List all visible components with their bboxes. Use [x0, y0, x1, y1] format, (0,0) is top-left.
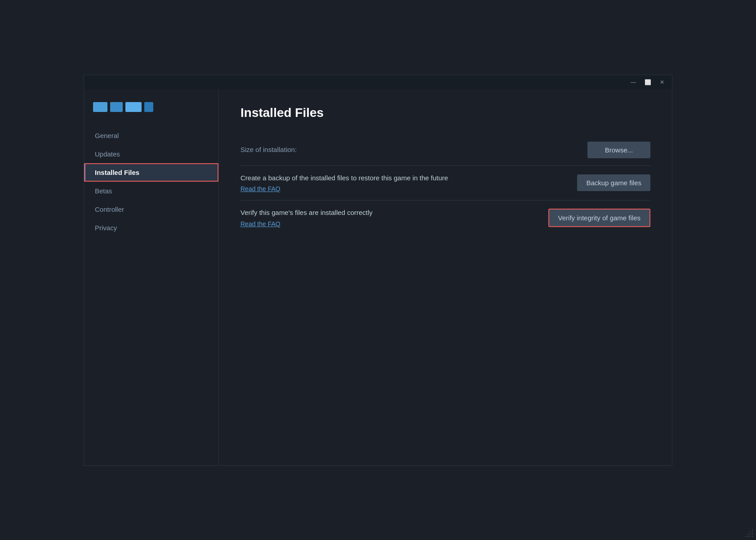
- sidebar-item-general[interactable]: General: [84, 126, 218, 145]
- backup-faq-link[interactable]: Read the FAQ: [240, 185, 280, 192]
- content-area: Installed Files Size of installation: Br…: [219, 89, 672, 465]
- logo-block-4: [144, 102, 153, 112]
- browse-button[interactable]: Browse...: [587, 142, 650, 158]
- sidebar-item-installed-files-wrapper: Installed Files: [84, 163, 218, 182]
- verify-faq-link[interactable]: Read the FAQ: [240, 220, 280, 228]
- logo-block-3: [125, 102, 142, 112]
- sidebar-item-privacy[interactable]: Privacy: [84, 219, 218, 237]
- size-info: Size of installation:: [240, 146, 577, 154]
- titlebar: — ⬜ ✕: [84, 75, 672, 89]
- app-logo: [93, 100, 156, 114]
- backup-row: Create a backup of the installed files t…: [240, 166, 650, 201]
- main-layout: General Updates Installed Files Betas Co…: [84, 89, 672, 465]
- sidebar: General Updates Installed Files Betas Co…: [84, 89, 219, 465]
- verify-button[interactable]: Verify integrity of game files: [548, 209, 650, 227]
- minimize-button[interactable]: —: [627, 78, 640, 87]
- verify-description: Verify this game's files are installed c…: [240, 208, 538, 218]
- backup-description: Create a backup of the installed files t…: [240, 173, 566, 183]
- backup-button[interactable]: Backup game files: [577, 174, 650, 191]
- resize-grip[interactable]: [745, 529, 752, 536]
- size-label: Size of installation:: [240, 146, 297, 153]
- app-window: — ⬜ ✕ General Updates Installed Files: [84, 75, 672, 466]
- verify-row: Verify this game's files are installed c…: [240, 201, 650, 235]
- logo-block-1: [93, 102, 107, 112]
- backup-info: Create a backup of the installed files t…: [240, 173, 566, 193]
- page-title: Installed Files: [240, 106, 650, 120]
- size-row: Size of installation: Browse...: [240, 134, 650, 166]
- close-button[interactable]: ✕: [656, 78, 668, 87]
- sidebar-item-updates[interactable]: Updates: [84, 145, 218, 163]
- maximize-button[interactable]: ⬜: [641, 78, 654, 87]
- logo-block-2: [110, 102, 123, 112]
- sidebar-item-installed-files[interactable]: Installed Files: [84, 163, 218, 182]
- logo-area: [84, 89, 218, 123]
- sidebar-nav: General Updates Installed Files Betas Co…: [84, 126, 218, 465]
- verify-info: Verify this game's files are installed c…: [240, 208, 538, 228]
- sidebar-item-controller[interactable]: Controller: [84, 200, 218, 219]
- sidebar-item-betas[interactable]: Betas: [84, 182, 218, 200]
